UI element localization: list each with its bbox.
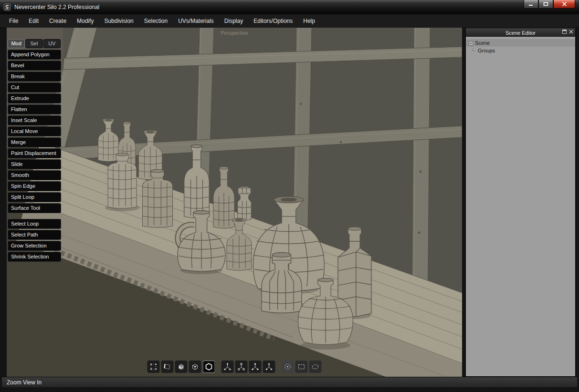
minimize-icon	[528, 2, 534, 6]
tool-slide[interactable]: Slide	[8, 159, 61, 169]
menu-uvs-materials[interactable]: UVs/Materials	[173, 15, 219, 27]
maximize-button[interactable]	[538, 0, 553, 9]
scene-editor-titlebar[interactable]: Scene Editor	[466, 28, 575, 37]
menu-display[interactable]: Display	[219, 15, 248, 27]
menu-bar: File Edit Create Modify Subdivision Sele…	[0, 14, 579, 28]
tree-connector-icon	[472, 48, 476, 53]
close-button[interactable]	[553, 0, 575, 9]
paint-select-icon	[284, 362, 292, 371]
viewport-toolbar	[147, 361, 322, 373]
menu-editors-options[interactable]: Editors/Options	[248, 15, 298, 27]
universal-manipulator-icon	[265, 362, 274, 371]
tree-item-label: Groups	[478, 48, 495, 53]
menu-file[interactable]: File	[4, 15, 23, 27]
selection-mode-group	[147, 361, 215, 373]
maximize-icon	[543, 2, 548, 6]
tool-append-polygon[interactable]: Append Polygon	[8, 50, 61, 60]
tool-select-path[interactable]: Select Path	[8, 230, 61, 240]
minimize-button[interactable]	[524, 0, 538, 9]
tree-item-label: Scene	[475, 40, 490, 46]
tool-flatten[interactable]: Flatten	[8, 104, 61, 114]
window-controls	[524, 0, 575, 9]
select-style-group	[282, 361, 322, 373]
view-label: Perspective	[221, 30, 248, 36]
window-titlebar[interactable]: Nevercenter Silo 2.2 Professional	[0, 0, 579, 14]
scale-tool-button[interactable]	[249, 361, 262, 373]
tree-item-scene[interactable]: Scene	[466, 39, 575, 47]
tool-extrude[interactable]: Extrude	[8, 93, 61, 103]
multi-mode-icon	[191, 362, 200, 371]
move-tool-icon	[223, 362, 232, 371]
app-icon	[3, 3, 11, 11]
tab-uv[interactable]: UV	[43, 39, 61, 48]
rotate-tool-button[interactable]	[235, 361, 248, 373]
app-window: Nevercenter Silo 2.2 Professional File E…	[0, 0, 579, 392]
tool-grow-selection[interactable]: Grow Selection	[8, 241, 61, 251]
viewport-perspective[interactable]: Perspective Mod Sel UV Append Polygon Be…	[7, 28, 462, 377]
object-mode-icon	[205, 362, 213, 371]
rect-select-icon	[297, 362, 306, 371]
tool-merge[interactable]: Merge	[8, 137, 61, 147]
tool-select-loop[interactable]: Select Loop	[8, 219, 61, 229]
viewport-3d-scene[interactable]	[7, 28, 462, 377]
tool-inset-scale[interactable]: Inset Scale	[8, 115, 61, 125]
menu-create[interactable]: Create	[44, 15, 72, 27]
menu-edit[interactable]: Edit	[23, 15, 44, 27]
face-mode-icon	[177, 362, 186, 371]
status-bar: Zoom View In	[2, 377, 577, 387]
window-title: Nevercenter Silo 2.2 Professional	[14, 4, 99, 10]
tree-item-groups[interactable]: Groups	[466, 47, 575, 54]
scene-editor-title: Scene Editor	[505, 30, 536, 36]
tool-local-move[interactable]: Local Move	[8, 126, 61, 136]
tool-panel: Mod Sel UV Append Polygon Bevel Break Cu…	[8, 39, 61, 263]
multi-mode-button[interactable]	[189, 361, 201, 373]
scene-tree: Scene Groups	[466, 37, 575, 54]
tool-break[interactable]: Break	[8, 72, 61, 82]
manipulator-group	[221, 361, 275, 373]
dock-icon[interactable]	[562, 30, 567, 34]
tool-cut[interactable]: Cut	[8, 83, 61, 93]
tool-spin-edge[interactable]: Spin Edge	[8, 181, 61, 191]
object-mode-button[interactable]	[203, 361, 215, 373]
menu-modify[interactable]: Modify	[72, 15, 99, 27]
tool-bevel[interactable]: Bevel	[8, 61, 61, 71]
face-mode-button[interactable]	[175, 361, 188, 373]
rect-select-button[interactable]	[295, 361, 308, 373]
panel-close-icon[interactable]	[569, 30, 573, 34]
lasso-select-button[interactable]	[309, 361, 322, 373]
paint-select-button[interactable]	[282, 361, 294, 373]
scene-editor-controls	[562, 30, 573, 34]
menu-help[interactable]: Help	[298, 15, 320, 27]
edge-mode-button[interactable]	[161, 361, 174, 373]
rotate-tool-icon	[237, 362, 246, 371]
tool-surface-tool[interactable]: Surface Tool	[8, 203, 61, 213]
tool-smooth[interactable]: Smooth	[8, 170, 61, 180]
scale-tool-icon	[251, 362, 260, 371]
move-tool-button[interactable]	[221, 361, 234, 373]
status-text: Zoom View In	[7, 379, 42, 386]
menu-subdivision[interactable]: Subdivision	[99, 15, 138, 27]
vertex-mode-icon	[149, 362, 158, 371]
lasso-select-icon	[311, 362, 320, 371]
vertex-mode-button[interactable]	[147, 361, 160, 373]
tab-sel[interactable]: Sel	[25, 39, 42, 48]
tool-shrink-selection[interactable]: Shrink Selection	[8, 252, 61, 262]
tool-split-loop[interactable]: Split Loop	[8, 192, 61, 202]
bottle-hex-vial[interactable]	[238, 187, 252, 220]
menu-selection[interactable]: Selection	[139, 15, 173, 27]
universal-manipulator-button[interactable]	[263, 361, 275, 373]
expand-icon[interactable]	[469, 41, 473, 45]
scene-editor-panel: Scene Editor Scene	[465, 28, 576, 377]
close-icon	[562, 2, 567, 6]
tab-mod[interactable]: Mod	[8, 39, 25, 48]
tool-tabs: Mod Sel UV	[8, 39, 61, 48]
tool-paint-displacement[interactable]: Paint Displacement	[8, 148, 61, 158]
edge-mode-icon	[163, 362, 172, 371]
